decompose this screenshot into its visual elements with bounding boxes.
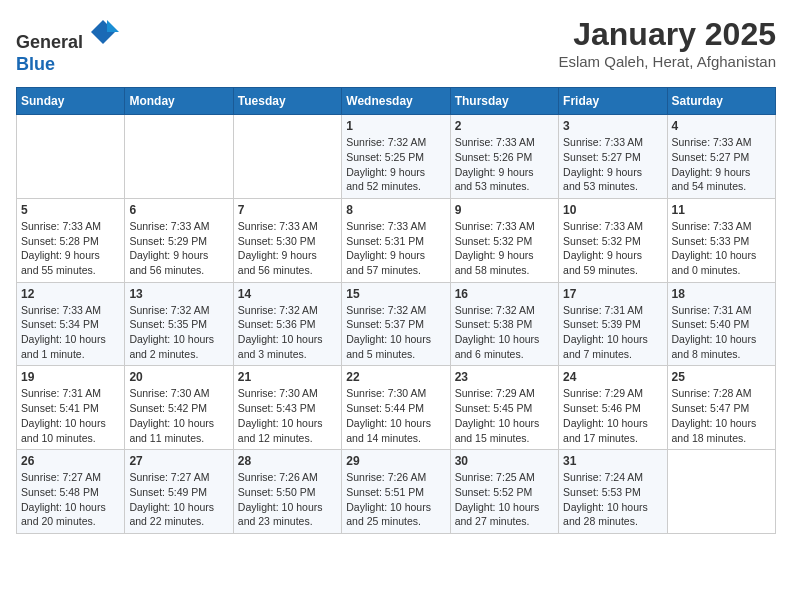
day-cell: 31Sunrise: 7:24 AM Sunset: 5:53 PM Dayli… bbox=[559, 450, 667, 534]
day-info: Sunrise: 7:31 AM Sunset: 5:40 PM Dayligh… bbox=[672, 303, 771, 362]
day-cell: 16Sunrise: 7:32 AM Sunset: 5:38 PM Dayli… bbox=[450, 282, 558, 366]
logo: General Blue bbox=[16, 16, 119, 75]
day-cell bbox=[233, 115, 341, 199]
day-cell: 5Sunrise: 7:33 AM Sunset: 5:28 PM Daylig… bbox=[17, 198, 125, 282]
day-number: 25 bbox=[672, 370, 771, 384]
day-cell: 14Sunrise: 7:32 AM Sunset: 5:36 PM Dayli… bbox=[233, 282, 341, 366]
day-info: Sunrise: 7:32 AM Sunset: 5:36 PM Dayligh… bbox=[238, 303, 337, 362]
day-number: 6 bbox=[129, 203, 228, 217]
day-info: Sunrise: 7:32 AM Sunset: 5:38 PM Dayligh… bbox=[455, 303, 554, 362]
day-cell bbox=[17, 115, 125, 199]
day-cell: 27Sunrise: 7:27 AM Sunset: 5:49 PM Dayli… bbox=[125, 450, 233, 534]
day-number: 3 bbox=[563, 119, 662, 133]
day-cell: 10Sunrise: 7:33 AM Sunset: 5:32 PM Dayli… bbox=[559, 198, 667, 282]
day-number: 23 bbox=[455, 370, 554, 384]
day-info: Sunrise: 7:25 AM Sunset: 5:52 PM Dayligh… bbox=[455, 470, 554, 529]
day-number: 4 bbox=[672, 119, 771, 133]
day-cell: 28Sunrise: 7:26 AM Sunset: 5:50 PM Dayli… bbox=[233, 450, 341, 534]
day-info: Sunrise: 7:33 AM Sunset: 5:34 PM Dayligh… bbox=[21, 303, 120, 362]
day-cell bbox=[125, 115, 233, 199]
day-cell: 18Sunrise: 7:31 AM Sunset: 5:40 PM Dayli… bbox=[667, 282, 775, 366]
day-info: Sunrise: 7:33 AM Sunset: 5:32 PM Dayligh… bbox=[563, 219, 662, 278]
title-block: January 2025 Eslam Qaleh, Herat, Afghani… bbox=[558, 16, 776, 70]
calendar-table: SundayMondayTuesdayWednesdayThursdayFrid… bbox=[16, 87, 776, 534]
week-row-2: 5Sunrise: 7:33 AM Sunset: 5:28 PM Daylig… bbox=[17, 198, 776, 282]
day-info: Sunrise: 7:32 AM Sunset: 5:25 PM Dayligh… bbox=[346, 135, 445, 194]
calendar-title: January 2025 bbox=[558, 16, 776, 53]
day-info: Sunrise: 7:33 AM Sunset: 5:33 PM Dayligh… bbox=[672, 219, 771, 278]
day-cell: 7Sunrise: 7:33 AM Sunset: 5:30 PM Daylig… bbox=[233, 198, 341, 282]
day-cell: 29Sunrise: 7:26 AM Sunset: 5:51 PM Dayli… bbox=[342, 450, 450, 534]
day-info: Sunrise: 7:26 AM Sunset: 5:51 PM Dayligh… bbox=[346, 470, 445, 529]
day-info: Sunrise: 7:33 AM Sunset: 5:27 PM Dayligh… bbox=[563, 135, 662, 194]
day-info: Sunrise: 7:33 AM Sunset: 5:28 PM Dayligh… bbox=[21, 219, 120, 278]
day-number: 7 bbox=[238, 203, 337, 217]
day-number: 18 bbox=[672, 287, 771, 301]
day-cell: 25Sunrise: 7:28 AM Sunset: 5:47 PM Dayli… bbox=[667, 366, 775, 450]
weekday-header-saturday: Saturday bbox=[667, 88, 775, 115]
weekday-header-monday: Monday bbox=[125, 88, 233, 115]
day-cell: 23Sunrise: 7:29 AM Sunset: 5:45 PM Dayli… bbox=[450, 366, 558, 450]
day-number: 16 bbox=[455, 287, 554, 301]
day-number: 8 bbox=[346, 203, 445, 217]
weekday-header-thursday: Thursday bbox=[450, 88, 558, 115]
day-cell: 3Sunrise: 7:33 AM Sunset: 5:27 PM Daylig… bbox=[559, 115, 667, 199]
day-cell: 2Sunrise: 7:33 AM Sunset: 5:26 PM Daylig… bbox=[450, 115, 558, 199]
weekday-header-friday: Friday bbox=[559, 88, 667, 115]
weekday-header-tuesday: Tuesday bbox=[233, 88, 341, 115]
day-cell: 6Sunrise: 7:33 AM Sunset: 5:29 PM Daylig… bbox=[125, 198, 233, 282]
week-row-4: 19Sunrise: 7:31 AM Sunset: 5:41 PM Dayli… bbox=[17, 366, 776, 450]
day-number: 30 bbox=[455, 454, 554, 468]
day-cell: 22Sunrise: 7:30 AM Sunset: 5:44 PM Dayli… bbox=[342, 366, 450, 450]
day-number: 11 bbox=[672, 203, 771, 217]
day-info: Sunrise: 7:29 AM Sunset: 5:45 PM Dayligh… bbox=[455, 386, 554, 445]
day-cell: 8Sunrise: 7:33 AM Sunset: 5:31 PM Daylig… bbox=[342, 198, 450, 282]
day-number: 26 bbox=[21, 454, 120, 468]
day-info: Sunrise: 7:33 AM Sunset: 5:27 PM Dayligh… bbox=[672, 135, 771, 194]
calendar-subtitle: Eslam Qaleh, Herat, Afghanistan bbox=[558, 53, 776, 70]
day-info: Sunrise: 7:24 AM Sunset: 5:53 PM Dayligh… bbox=[563, 470, 662, 529]
day-info: Sunrise: 7:33 AM Sunset: 5:32 PM Dayligh… bbox=[455, 219, 554, 278]
day-cell: 11Sunrise: 7:33 AM Sunset: 5:33 PM Dayli… bbox=[667, 198, 775, 282]
page-header: General Blue January 2025 Eslam Qaleh, H… bbox=[16, 16, 776, 75]
day-cell: 19Sunrise: 7:31 AM Sunset: 5:41 PM Dayli… bbox=[17, 366, 125, 450]
day-number: 5 bbox=[21, 203, 120, 217]
day-number: 1 bbox=[346, 119, 445, 133]
day-number: 12 bbox=[21, 287, 120, 301]
day-info: Sunrise: 7:33 AM Sunset: 5:26 PM Dayligh… bbox=[455, 135, 554, 194]
day-cell bbox=[667, 450, 775, 534]
day-cell: 20Sunrise: 7:30 AM Sunset: 5:42 PM Dayli… bbox=[125, 366, 233, 450]
day-cell: 1Sunrise: 7:32 AM Sunset: 5:25 PM Daylig… bbox=[342, 115, 450, 199]
day-info: Sunrise: 7:26 AM Sunset: 5:50 PM Dayligh… bbox=[238, 470, 337, 529]
day-cell: 15Sunrise: 7:32 AM Sunset: 5:37 PM Dayli… bbox=[342, 282, 450, 366]
weekday-header-wednesday: Wednesday bbox=[342, 88, 450, 115]
weekday-header-sunday: Sunday bbox=[17, 88, 125, 115]
day-info: Sunrise: 7:27 AM Sunset: 5:49 PM Dayligh… bbox=[129, 470, 228, 529]
day-number: 20 bbox=[129, 370, 228, 384]
day-cell: 13Sunrise: 7:32 AM Sunset: 5:35 PM Dayli… bbox=[125, 282, 233, 366]
day-number: 19 bbox=[21, 370, 120, 384]
day-number: 9 bbox=[455, 203, 554, 217]
week-row-1: 1Sunrise: 7:32 AM Sunset: 5:25 PM Daylig… bbox=[17, 115, 776, 199]
day-number: 14 bbox=[238, 287, 337, 301]
day-cell: 9Sunrise: 7:33 AM Sunset: 5:32 PM Daylig… bbox=[450, 198, 558, 282]
day-info: Sunrise: 7:33 AM Sunset: 5:29 PM Dayligh… bbox=[129, 219, 228, 278]
day-info: Sunrise: 7:30 AM Sunset: 5:42 PM Dayligh… bbox=[129, 386, 228, 445]
day-info: Sunrise: 7:31 AM Sunset: 5:39 PM Dayligh… bbox=[563, 303, 662, 362]
day-number: 2 bbox=[455, 119, 554, 133]
day-info: Sunrise: 7:33 AM Sunset: 5:31 PM Dayligh… bbox=[346, 219, 445, 278]
day-number: 31 bbox=[563, 454, 662, 468]
day-info: Sunrise: 7:28 AM Sunset: 5:47 PM Dayligh… bbox=[672, 386, 771, 445]
day-info: Sunrise: 7:29 AM Sunset: 5:46 PM Dayligh… bbox=[563, 386, 662, 445]
day-info: Sunrise: 7:33 AM Sunset: 5:30 PM Dayligh… bbox=[238, 219, 337, 278]
day-number: 24 bbox=[563, 370, 662, 384]
day-info: Sunrise: 7:30 AM Sunset: 5:43 PM Dayligh… bbox=[238, 386, 337, 445]
day-number: 10 bbox=[563, 203, 662, 217]
day-cell: 24Sunrise: 7:29 AM Sunset: 5:46 PM Dayli… bbox=[559, 366, 667, 450]
week-row-3: 12Sunrise: 7:33 AM Sunset: 5:34 PM Dayli… bbox=[17, 282, 776, 366]
day-number: 28 bbox=[238, 454, 337, 468]
day-number: 29 bbox=[346, 454, 445, 468]
svg-marker-1 bbox=[107, 20, 119, 32]
day-cell: 17Sunrise: 7:31 AM Sunset: 5:39 PM Dayli… bbox=[559, 282, 667, 366]
day-number: 27 bbox=[129, 454, 228, 468]
